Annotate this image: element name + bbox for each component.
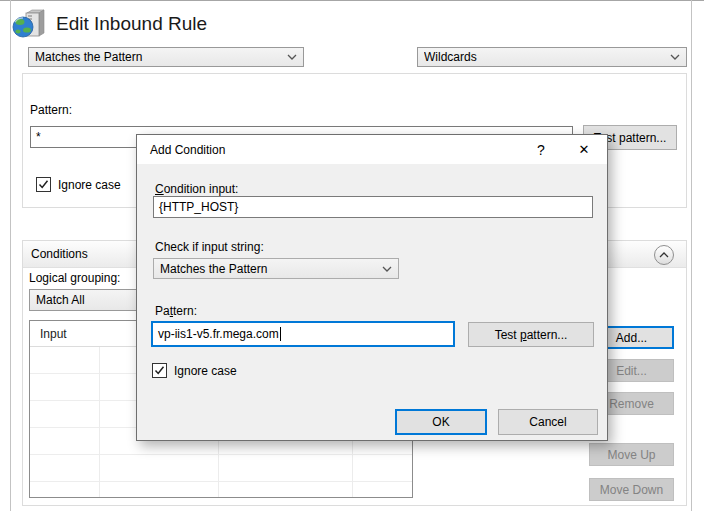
page-title: Edit Inbound Rule — [56, 13, 207, 35]
move-down-button: Move Down — [589, 478, 674, 501]
requested-url-value: Matches the Pattern — [35, 50, 287, 64]
logical-grouping-label: Logical grouping: — [29, 271, 120, 285]
chevron-down-icon — [382, 266, 392, 272]
cancel-button[interactable]: Cancel — [498, 409, 598, 435]
edit-inbound-rule-window: Edit Inbound Rule Matches the Pattern Wi… — [0, 0, 704, 511]
dialog-title: Add Condition — [150, 143, 225, 157]
check-if-value: Matches the Pattern — [160, 262, 382, 276]
pattern-value: * — [36, 130, 41, 144]
checkmark-icon — [154, 365, 165, 376]
check-if-label: Check if input string: — [155, 240, 264, 254]
condition-input-label: Condition input: — [155, 182, 238, 196]
condition-input-field[interactable]: {HTTP_HOST} — [153, 196, 593, 218]
pattern-label: Pattern: — [30, 103, 72, 117]
dialog-pattern-value: vp-iis1-v5.fr.mega.com — [158, 327, 279, 341]
using-value: Wildcards — [424, 50, 670, 64]
window-left-border — [10, 0, 11, 511]
checkmark-icon — [38, 179, 49, 190]
requested-url-select[interactable]: Matches the Pattern — [28, 47, 304, 67]
condition-input-value: {HTTP_HOST} — [159, 200, 238, 214]
dialog-pattern-label: Pattern: — [155, 304, 197, 318]
dialog-test-pattern-button[interactable]: Test pattern... — [468, 322, 594, 347]
chevron-down-icon — [670, 54, 680, 60]
conditions-header-label: Conditions — [31, 247, 88, 261]
chevron-down-icon — [287, 54, 297, 60]
close-icon[interactable]: ✕ — [561, 135, 607, 164]
ignore-case-label: Ignore case — [58, 178, 121, 192]
dialog-pattern-input[interactable]: vp-iis1-v5.fr.mega.com — [151, 321, 455, 347]
url-rewrite-icon — [12, 8, 46, 40]
dialog-ignore-case-label: Ignore case — [174, 364, 237, 378]
check-if-select[interactable]: Matches the Pattern — [153, 258, 399, 279]
dialog-ignore-case-checkbox[interactable] — [152, 363, 167, 378]
window-right-border — [691, 0, 692, 511]
using-select[interactable]: Wildcards — [417, 47, 687, 67]
text-caret — [280, 327, 281, 341]
collapse-section-button[interactable] — [654, 245, 674, 265]
window-top-border — [0, 0, 704, 1]
add-condition-dialog: Add Condition ? ✕ Condition input: {HTTP… — [136, 134, 608, 441]
chevron-up-icon — [659, 252, 669, 258]
column-separator — [99, 347, 100, 497]
move-up-button: Move Up — [589, 443, 674, 466]
help-button[interactable]: ? — [521, 135, 561, 164]
ignore-case-checkbox[interactable] — [36, 177, 51, 192]
ok-button[interactable]: OK — [395, 409, 487, 435]
